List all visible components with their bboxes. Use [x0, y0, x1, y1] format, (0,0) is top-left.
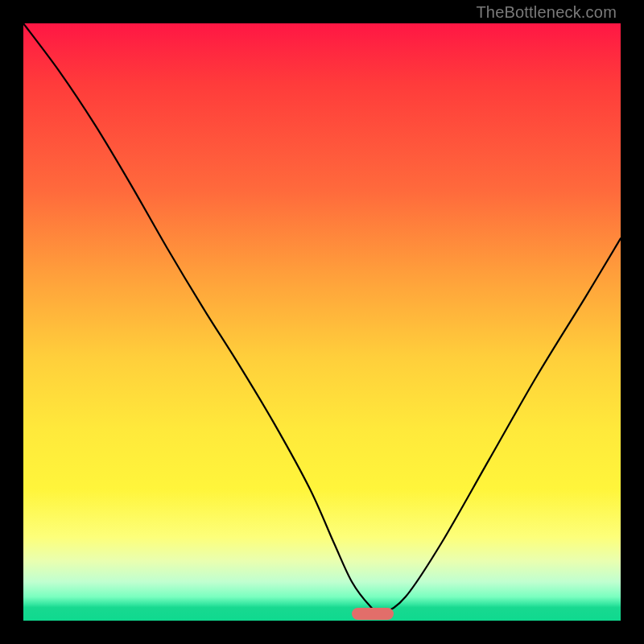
chart-svg	[23, 23, 621, 621]
watermark-text: TheBottleneck.com	[476, 3, 617, 22]
minimum-marker	[352, 608, 394, 620]
bottleneck-curve-line	[23, 23, 621, 613]
plot-frame	[23, 23, 621, 621]
